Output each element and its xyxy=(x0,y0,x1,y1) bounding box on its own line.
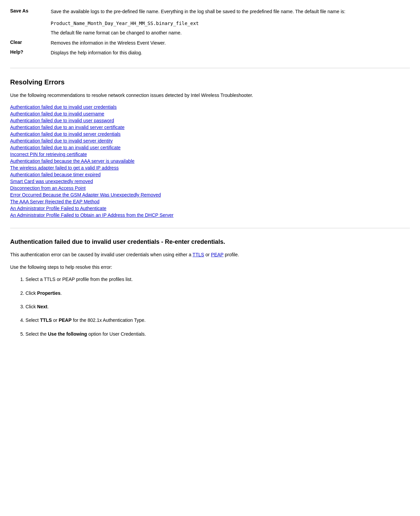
resolving-errors-section: Resolving Errors Use the following recom… xyxy=(10,78,410,218)
resolving-errors-intro: Use the following recommendations to res… xyxy=(10,92,410,99)
ttls-link[interactable]: TTLS xyxy=(193,252,204,257)
clear-description: Removes the information in the Wireless … xyxy=(51,38,410,48)
steps-intro-text: Use the following steps to help resolve … xyxy=(10,263,410,271)
help-row: Help? Displays the help information for … xyxy=(10,48,410,58)
list-item: Disconnection from an Access Point xyxy=(10,185,410,191)
list-item: Smart Card was unexpectedly removed xyxy=(10,179,410,184)
error-link-14[interactable]: The AAA Server Rejected the EAP Method xyxy=(10,199,99,204)
list-item: Authentication failed because timer expi… xyxy=(10,172,410,177)
auth-steps-list: Select a TTLS or PEAP profile from the p… xyxy=(20,276,410,338)
list-item: The wireless adapter failed to get a val… xyxy=(10,165,410,171)
error-link-0[interactable]: Authentication failed due to invalid use… xyxy=(10,104,117,110)
file-note: The default file name format can be chan… xyxy=(51,30,410,35)
list-item: Error Occurred Because the GSM Adapter W… xyxy=(10,192,410,198)
list-item: The AAA Server Rejected the EAP Method xyxy=(10,199,410,204)
save-as-term: Save As xyxy=(10,7,51,17)
auth-failed-heading: Authentication failed due to invalid use… xyxy=(10,238,410,246)
error-link-10[interactable]: Authentication failed because timer expi… xyxy=(10,172,101,177)
auth-or-text: or xyxy=(205,252,211,257)
list-item: Authentication failed due to invalid ser… xyxy=(10,138,410,144)
error-link-3[interactable]: Authentication failed due to an invalid … xyxy=(10,125,125,130)
list-item: Authentication failed due to an invalid … xyxy=(10,125,410,130)
divider-2 xyxy=(10,228,410,228)
file-name: Product_Name_Month_Day_Year_HH_MM_SS.bin… xyxy=(51,21,410,26)
error-link-9[interactable]: The wireless adapter failed to get a val… xyxy=(10,165,119,171)
list-item: Authentication failed due to invalid ser… xyxy=(10,131,410,137)
error-link-8[interactable]: Authentication failed because the AAA se… xyxy=(10,158,134,164)
step-item-1: Select a TTLS or PEAP profile from the p… xyxy=(20,276,410,283)
error-link-2[interactable]: Authentication failed due to invalid use… xyxy=(10,118,114,123)
error-link-4[interactable]: Authentication failed due to invalid ser… xyxy=(10,131,121,137)
clear-row: Clear Removes the information in the Wir… xyxy=(10,38,410,48)
resolving-errors-heading: Resolving Errors xyxy=(10,78,410,86)
auth-intro-text: This authentication error can be caused … xyxy=(10,251,410,258)
step-item-3: Click Next. xyxy=(20,303,410,310)
error-link-12[interactable]: Disconnection from an Access Point xyxy=(10,185,85,191)
error-link-5[interactable]: Authentication failed due to invalid ser… xyxy=(10,138,113,144)
error-link-11[interactable]: Smart Card was unexpectedly removed xyxy=(10,179,93,184)
list-item: Authentication failed due to an invalid … xyxy=(10,145,410,150)
list-item: Authentication failed due to invalid use… xyxy=(10,104,410,110)
auth-intro-before-link: This authentication error can be caused … xyxy=(10,252,191,257)
save-as-section: Save As Save the available logs to the p… xyxy=(10,7,410,58)
list-item: Authentication failed due to invalid use… xyxy=(10,111,410,117)
list-item: Authentication failed due to invalid use… xyxy=(10,118,410,123)
divider-1 xyxy=(10,68,410,68)
save-as-row: Save As Save the available logs to the p… xyxy=(10,7,410,17)
step-item-5: Select the Use the following option for … xyxy=(20,330,410,338)
error-link-15[interactable]: An Administrator Profile Failed to Authe… xyxy=(10,206,106,211)
help-term: Help? xyxy=(10,48,51,58)
list-item: An Administrator Profile Failed to Obtai… xyxy=(10,212,410,218)
error-link-1[interactable]: Authentication failed due to invalid use… xyxy=(10,111,104,117)
auth-profile-text: profile. xyxy=(225,252,239,257)
error-link-6[interactable]: Authentication failed due to an invalid … xyxy=(10,145,121,150)
step-item-4: Select TTLS or PEAP for the 802.1x Authe… xyxy=(20,316,410,324)
list-item: An Administrator Profile Failed to Authe… xyxy=(10,206,410,211)
list-item: Authentication failed because the AAA se… xyxy=(10,158,410,164)
list-item: Incorrect PIN for retrieving certificate xyxy=(10,152,410,157)
auth-failed-section: Authentication failed due to invalid use… xyxy=(10,238,410,338)
error-links-list: Authentication failed due to invalid use… xyxy=(10,104,410,218)
step-item-2: Click Properties. xyxy=(20,289,410,297)
help-description: Displays the help information for this d… xyxy=(51,48,410,58)
clear-term: Clear xyxy=(10,38,51,48)
save-as-description: Save the available logs to the pre-defin… xyxy=(51,7,410,17)
error-link-7[interactable]: Incorrect PIN for retrieving certificate xyxy=(10,152,87,157)
error-link-13[interactable]: Error Occurred Because the GSM Adapter W… xyxy=(10,192,161,198)
error-link-16[interactable]: An Administrator Profile Failed to Obtai… xyxy=(10,212,173,218)
peap-link[interactable]: PEAP xyxy=(211,252,223,257)
